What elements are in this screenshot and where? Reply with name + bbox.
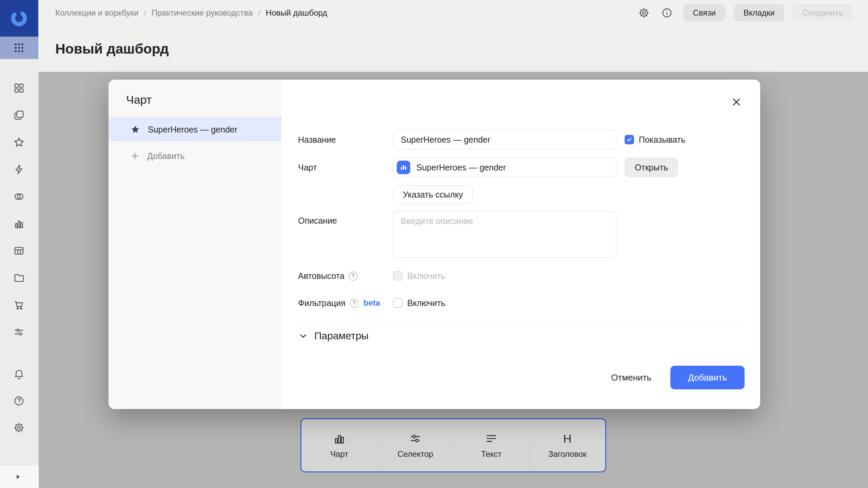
dashboard-settings-button[interactable] bbox=[636, 5, 651, 20]
selector-icon bbox=[409, 432, 422, 445]
settings-button[interactable] bbox=[12, 422, 26, 433]
help-button[interactable] bbox=[12, 395, 26, 407]
topbar-actions: Связи Вкладки Сохранить bbox=[628, 4, 852, 22]
autoheight-label: Автовысота bbox=[298, 271, 344, 281]
notifications-button[interactable] bbox=[12, 368, 26, 380]
filtering-row: Фильтрация ? beta Включить bbox=[298, 295, 745, 311]
sidebar bbox=[0, 0, 38, 488]
close-icon bbox=[730, 96, 743, 108]
chart-row: Чарт SuperHeroes — gender Открыть bbox=[298, 158, 745, 177]
question-icon[interactable]: ? bbox=[349, 271, 358, 281]
bell-icon bbox=[13, 368, 25, 380]
gear-icon bbox=[638, 7, 650, 19]
star-icon bbox=[13, 137, 25, 148]
parameters-section-toggle[interactable]: Параметры bbox=[298, 322, 745, 342]
open-chart-button[interactable]: Открыть bbox=[625, 158, 678, 177]
link-row: Указать ссылку bbox=[393, 185, 745, 204]
close-dialog-button[interactable] bbox=[729, 95, 744, 109]
question-icon[interactable]: ? bbox=[350, 299, 359, 308]
sidebar-item-editor[interactable] bbox=[12, 164, 26, 175]
breadcrumb-separator: / bbox=[144, 8, 146, 18]
show-checkbox[interactable]: Показывать bbox=[625, 135, 685, 145]
sliders-icon bbox=[13, 326, 25, 338]
screen: Коллекции и воркбуки / Практические руко… bbox=[0, 0, 868, 488]
beta-badge: beta bbox=[363, 298, 380, 308]
check-icon bbox=[626, 136, 633, 143]
parameters-label: Параметры bbox=[314, 330, 369, 342]
datalens-logo[interactable] bbox=[0, 0, 38, 37]
checkbox-box bbox=[625, 135, 634, 144]
name-input[interactable] bbox=[393, 130, 616, 149]
sidebar-item-storage[interactable] bbox=[12, 272, 26, 284]
name-label: Название bbox=[298, 135, 393, 145]
toolbar-heading-button[interactable]: H Заголовок bbox=[529, 419, 605, 471]
gear-icon bbox=[13, 422, 25, 433]
chart-icon bbox=[333, 432, 346, 445]
sidebar-item-services[interactable] bbox=[12, 326, 26, 338]
text-icon bbox=[485, 432, 498, 445]
description-label: Описание bbox=[298, 211, 393, 226]
star-icon bbox=[130, 124, 140, 135]
autoheight-row: Автовысота ? Включить bbox=[298, 268, 745, 284]
play-icon bbox=[14, 473, 22, 481]
widgets-toolbar: Чарт Селектор bbox=[300, 418, 606, 472]
description-textarea[interactable] bbox=[393, 211, 616, 258]
question-circle-icon bbox=[13, 395, 25, 407]
add-chart-tab-button[interactable]: Добавить bbox=[108, 148, 281, 164]
toolbar-text-label: Текст bbox=[481, 449, 501, 459]
filtering-checkbox-label: Включить bbox=[407, 298, 445, 308]
toolbar-selector-button[interactable]: Селектор bbox=[377, 419, 453, 471]
page-head: Новый дашборд bbox=[39, 26, 868, 72]
filtering-checkbox[interactable]: Включить bbox=[393, 298, 445, 308]
sidebar-expand-button[interactable] bbox=[0, 465, 38, 488]
sidebar-item-workbooks[interactable] bbox=[12, 109, 26, 121]
add-widget-dialog: Чарт SuperHeroes — gender Добавить bbox=[108, 80, 760, 409]
cart-icon bbox=[13, 299, 25, 311]
add-button[interactable]: Добавить bbox=[670, 366, 745, 389]
apps-grid-button[interactable] bbox=[0, 37, 38, 59]
info-icon bbox=[661, 7, 673, 19]
dialog-sidebar: Чарт SuperHeroes — gender Добавить bbox=[108, 80, 281, 409]
plus-icon bbox=[130, 151, 140, 161]
toolbar-chart-button[interactable]: Чарт bbox=[301, 419, 377, 471]
info-button[interactable] bbox=[659, 5, 674, 20]
lightning-icon bbox=[13, 164, 25, 175]
links-button[interactable]: Связи bbox=[683, 4, 725, 22]
checkbox-box bbox=[393, 298, 402, 308]
toolbar-chart-label: Чарт bbox=[330, 449, 348, 459]
breadcrumb-workbook[interactable]: Практические руководства bbox=[152, 8, 253, 18]
layers-icon bbox=[13, 109, 25, 121]
cancel-button[interactable]: Отменить bbox=[611, 372, 651, 383]
chart-select-value: SuperHeroes — gender bbox=[416, 163, 506, 172]
sidebar-item-datasets[interactable] bbox=[12, 245, 26, 257]
toolbar-text-button[interactable]: Текст bbox=[453, 419, 529, 471]
description-row: Описание bbox=[298, 211, 745, 258]
show-checkbox-label: Показывать bbox=[639, 135, 685, 145]
dialog-form: Название Показывать Чарт bbox=[281, 80, 760, 409]
sidebar-item-marketplace[interactable] bbox=[12, 299, 26, 311]
sidebar-item-connections[interactable] bbox=[12, 191, 26, 202]
tabs-button[interactable]: Вкладки bbox=[734, 4, 784, 22]
sidebar-item-dashboards[interactable] bbox=[12, 82, 26, 94]
page-title: Новый дашборд bbox=[55, 41, 169, 57]
sidebar-item-favorites[interactable] bbox=[12, 137, 26, 148]
apps-grid-icon bbox=[13, 42, 25, 54]
autoheight-checkbox-label: Включить bbox=[407, 271, 445, 281]
autoheight-checkbox[interactable]: Включить bbox=[393, 271, 445, 281]
toolbar-selector-label: Селектор bbox=[397, 449, 433, 459]
chart-label: Чарт bbox=[298, 163, 393, 172]
breadcrumb-collections[interactable]: Коллекции и воркбуки bbox=[55, 8, 138, 18]
circles-icon bbox=[13, 191, 25, 202]
chart-badge-icon bbox=[397, 161, 410, 174]
chart-list-item-label: SuperHeroes — gender bbox=[148, 125, 237, 135]
specify-link-button[interactable]: Указать ссылку bbox=[393, 185, 473, 204]
save-button[interactable]: Сохранить bbox=[793, 4, 852, 22]
breadcrumb: Коллекции и воркбуки / Практические руко… bbox=[55, 8, 327, 18]
breadcrumb-separator: / bbox=[258, 8, 260, 18]
chart-list-item[interactable]: SuperHeroes — gender bbox=[108, 117, 281, 142]
chevron-down-icon bbox=[298, 331, 308, 341]
checkbox-box bbox=[393, 271, 402, 281]
chart-select-field[interactable]: SuperHeroes — gender bbox=[393, 158, 616, 177]
heading-icon: H bbox=[563, 432, 572, 445]
sidebar-item-charts[interactable] bbox=[12, 218, 26, 229]
